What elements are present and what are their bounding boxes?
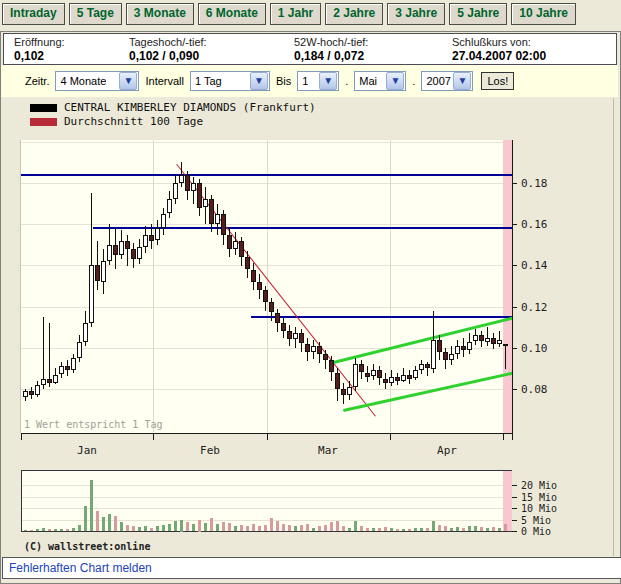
intervall-label: Intervall [145,75,184,87]
info-field: Eröffnung:0,102 [4,36,119,63]
info-field-label: 52W-hoch/-tief: [294,36,442,48]
zeitraum-select-value: 4 Monate [56,75,106,87]
chevron-down-icon: ▼ [250,72,268,90]
legend-swatch [30,118,57,126]
month-select-value: Mai [355,75,377,87]
chart-controls-bar: Zeitr. 4 Monate ▼ Intervall 1 Tag ▼ Bis … [1,65,618,97]
period-tab-row: Intraday5 Tage3 Monate6 Monate1 Jahr2 Ja… [2,3,576,25]
zeitraum-select[interactable]: 4 Monate ▼ [55,71,139,91]
tab-3-jahre[interactable]: 3 Jahre [387,3,445,25]
tab-3-monate[interactable]: 3 Monate [126,3,194,25]
footer-bar: Fehlerhaften Chart melden [2,557,621,579]
scale-note: 1 Wert entspricht 1 Tag [24,419,162,430]
info-field-value: 0,184 / 0,072 [294,49,442,63]
copyright-text: (C) wallstreet:online [24,541,150,552]
info-field: Schlußkurs von:27.04.2007 02:00 [442,36,546,63]
chevron-down-icon: ▼ [319,72,337,90]
quote-info-bar: Eröffnung:0,102Tageshoch/-tief:0,102 / 0… [3,33,617,65]
year-select-value: 2007 [422,75,450,87]
go-button[interactable]: Los! [481,72,514,90]
chevron-down-icon: ▼ [453,72,471,90]
chevron-down-icon: ▼ [386,72,404,90]
day-select-value: 1 [298,75,308,87]
intervall-select-value: 1 Tag [191,75,222,87]
tab-6-monate[interactable]: 6 Monate [198,3,266,25]
tab-2-jahre[interactable]: 2 Jahre [325,3,383,25]
intervall-select[interactable]: 1 Tag ▼ [190,71,270,91]
legend-label: CENTRAL KIMBERLEY DIAMONDS (Frankfurt) [64,101,316,114]
zeitraum-label: Zeitr. [25,75,49,87]
legend-label: Durchschnitt 100 Tage [64,115,203,128]
legend-swatch [30,104,57,112]
date-separator: . [412,75,415,87]
tab-5-jahre[interactable]: 5 Jahre [449,3,507,25]
info-field: 52W-hoch/-tief:0,184 / 0,072 [284,36,442,63]
info-field-value: 0,102 [14,49,119,63]
chart-legend: CENTRAL KIMBERLEY DIAMONDS (Frankfurt)Du… [30,101,316,129]
tab-intraday[interactable]: Intraday [2,3,65,25]
info-field: Tageshoch/-tief:0,102 / 0,090 [119,36,284,63]
chart-widget-window: Intraday5 Tage3 Monate6 Monate1 Jahr2 Ja… [0,0,621,584]
year-select[interactable]: 2007 ▼ [421,71,473,91]
chevron-down-icon: ▼ [119,72,137,90]
info-field-value: 27.04.2007 02:00 [452,49,546,63]
tab-5-tage[interactable]: 5 Tage [69,3,122,25]
bis-label: Bis [276,75,291,87]
day-select[interactable]: 1 ▼ [297,71,339,91]
date-separator: . [345,75,348,87]
legend-row: CENTRAL KIMBERLEY DIAMONDS (Frankfurt) [30,101,316,114]
report-chart-link[interactable]: Fehlerhaften Chart melden [9,561,152,575]
tab-1-jahr[interactable]: 1 Jahr [270,3,321,25]
legend-row: Durchschnitt 100 Tage [30,115,316,128]
tab-10-jahre[interactable]: 10 Jahre [511,3,576,25]
chart-image-right-edge [613,98,614,556]
info-field-value: 0,102 / 0,090 [129,49,284,63]
info-field-label: Eröffnung: [14,36,119,48]
info-field-label: Tageshoch/-tief: [129,36,284,48]
info-field-label: Schlußkurs von: [452,36,546,48]
month-select[interactable]: Mai ▼ [354,71,406,91]
